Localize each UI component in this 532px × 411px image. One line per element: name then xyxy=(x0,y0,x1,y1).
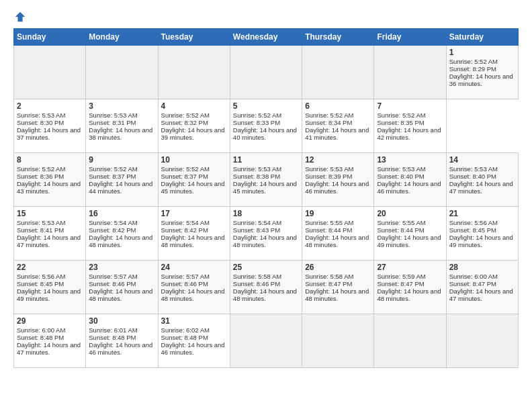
empty-cell xyxy=(14,46,86,99)
calendar-cell-26: 26Sunrise: 5:58 AMSunset: 8:47 PMDayligh… xyxy=(302,261,374,314)
calendar-cell-8: 8Sunrise: 5:52 AMSunset: 8:36 PMDaylight… xyxy=(14,153,86,207)
empty-cell xyxy=(374,314,446,368)
calendar-week-1: 1Sunrise: 5:52 AMSunset: 8:29 PMDaylight… xyxy=(14,46,519,99)
calendar-page: SundayMondayTuesdayWednesdayThursdayFrid… xyxy=(0,0,532,411)
column-header-tuesday: Tuesday xyxy=(158,29,230,46)
calendar-cell-6: 6Sunrise: 5:52 AMSunset: 8:34 PMDaylight… xyxy=(302,99,374,153)
calendar-cell-16: 16Sunrise: 5:54 AMSunset: 8:42 PMDayligh… xyxy=(86,207,158,261)
empty-cell xyxy=(230,46,302,99)
calendar-table: SundayMondayTuesdayWednesdayThursdayFrid… xyxy=(13,28,519,368)
empty-cell xyxy=(230,314,302,368)
column-header-saturday: Saturday xyxy=(446,29,518,46)
column-header-monday: Monday xyxy=(86,29,158,46)
calendar-week-5: 22Sunrise: 5:56 AMSunset: 8:45 PMDayligh… xyxy=(14,261,519,314)
calendar-cell-14: 14Sunrise: 5:53 AMSunset: 8:40 PMDayligh… xyxy=(446,153,518,207)
calendar-cell-10: 10Sunrise: 5:52 AMSunset: 8:37 PMDayligh… xyxy=(158,153,230,207)
calendar-cell-22: 22Sunrise: 5:56 AMSunset: 8:45 PMDayligh… xyxy=(14,261,86,314)
calendar-cell-12: 12Sunrise: 5:53 AMSunset: 8:39 PMDayligh… xyxy=(302,153,374,207)
calendar-cell-5: 5Sunrise: 5:52 AMSunset: 8:33 PMDaylight… xyxy=(230,99,302,153)
logo-icon xyxy=(14,11,26,23)
calendar-cell-27: 27Sunrise: 5:59 AMSunset: 8:47 PMDayligh… xyxy=(374,261,446,314)
calendar-cell-28: 28Sunrise: 6:00 AMSunset: 8:47 PMDayligh… xyxy=(446,261,518,314)
empty-cell xyxy=(86,46,158,99)
column-header-thursday: Thursday xyxy=(302,29,374,46)
svg-marker-0 xyxy=(15,12,25,21)
calendar-cell-11: 11Sunrise: 5:53 AMSunset: 8:38 PMDayligh… xyxy=(230,153,302,207)
calendar-cell-4: 4Sunrise: 5:52 AMSunset: 8:32 PMDaylight… xyxy=(158,99,230,153)
calendar-body: 1Sunrise: 5:52 AMSunset: 8:29 PMDaylight… xyxy=(14,46,519,368)
calendar-cell-24: 24Sunrise: 5:57 AMSunset: 8:46 PMDayligh… xyxy=(158,261,230,314)
calendar-header-row: SundayMondayTuesdayWednesdayThursdayFrid… xyxy=(14,29,519,46)
calendar-cell-3: 3Sunrise: 5:53 AMSunset: 8:31 PMDaylight… xyxy=(86,99,158,153)
calendar-cell-20: 20Sunrise: 5:55 AMSunset: 8:44 PMDayligh… xyxy=(374,207,446,261)
calendar-week-6: 29Sunrise: 6:00 AMSunset: 8:48 PMDayligh… xyxy=(14,314,519,368)
empty-cell xyxy=(302,314,374,368)
empty-cell xyxy=(302,46,374,99)
calendar-cell-19: 19Sunrise: 5:55 AMSunset: 8:44 PMDayligh… xyxy=(302,207,374,261)
calendar-cell-9: 9Sunrise: 5:52 AMSunset: 8:37 PMDaylight… xyxy=(86,153,158,207)
calendar-cell-18: 18Sunrise: 5:54 AMSunset: 8:43 PMDayligh… xyxy=(230,207,302,261)
header xyxy=(13,11,519,23)
calendar-week-2: 2Sunrise: 5:53 AMSunset: 8:30 PMDaylight… xyxy=(14,99,519,153)
calendar-week-4: 15Sunrise: 5:53 AMSunset: 8:41 PMDayligh… xyxy=(14,207,519,261)
calendar-cell-1: 1Sunrise: 5:52 AMSunset: 8:29 PMDaylight… xyxy=(446,46,518,99)
calendar-cell-23: 23Sunrise: 5:57 AMSunset: 8:46 PMDayligh… xyxy=(86,261,158,314)
column-header-friday: Friday xyxy=(374,29,446,46)
calendar-cell-29: 29Sunrise: 6:00 AMSunset: 8:48 PMDayligh… xyxy=(14,314,86,368)
empty-cell xyxy=(374,46,446,99)
logo xyxy=(13,11,26,23)
calendar-cell-25: 25Sunrise: 5:58 AMSunset: 8:46 PMDayligh… xyxy=(230,261,302,314)
calendar-cell-2: 2Sunrise: 5:53 AMSunset: 8:30 PMDaylight… xyxy=(14,99,86,153)
column-header-sunday: Sunday xyxy=(14,29,86,46)
calendar-cell-15: 15Sunrise: 5:53 AMSunset: 8:41 PMDayligh… xyxy=(14,207,86,261)
calendar-cell-21: 21Sunrise: 5:56 AMSunset: 8:45 PMDayligh… xyxy=(446,207,518,261)
empty-cell xyxy=(158,46,230,99)
calendar-cell-17: 17Sunrise: 5:54 AMSunset: 8:42 PMDayligh… xyxy=(158,207,230,261)
calendar-cell-13: 13Sunrise: 5:53 AMSunset: 8:40 PMDayligh… xyxy=(374,153,446,207)
calendar-cell-30: 30Sunrise: 6:01 AMSunset: 8:48 PMDayligh… xyxy=(86,314,158,368)
calendar-week-3: 8Sunrise: 5:52 AMSunset: 8:36 PMDaylight… xyxy=(14,153,519,207)
empty-cell xyxy=(446,314,518,368)
column-header-wednesday: Wednesday xyxy=(230,29,302,46)
calendar-cell-7: 7Sunrise: 5:52 AMSunset: 8:35 PMDaylight… xyxy=(374,99,446,153)
calendar-cell-31: 31Sunrise: 6:02 AMSunset: 8:48 PMDayligh… xyxy=(158,314,230,368)
